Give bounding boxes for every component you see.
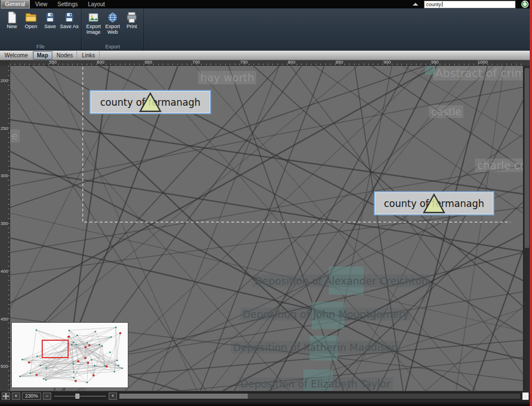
ribbon-button-label: Save As	[60, 24, 78, 30]
map-canvas[interactable]: hay worthcastleAbstract of crimcharle co…	[10, 66, 523, 391]
node-label[interactable]: hay worth	[198, 71, 256, 84]
window-edge-accent	[530, 0, 532, 406]
minimap-viewport[interactable]	[42, 340, 69, 358]
zoom-slider-track	[54, 396, 106, 396]
horizontal-scrollbar[interactable]	[119, 393, 521, 399]
ruler-mark: 800	[288, 60, 295, 65]
ribbon-button-label: Save	[44, 24, 56, 30]
application-window: GeneralViewSettingsLayout county NewOpen…	[0, 0, 532, 406]
vertical-ruler: 200250300350400450500	[0, 66, 10, 391]
open-folder-icon	[25, 11, 37, 24]
ruler-mark: 600	[97, 60, 104, 65]
save-button[interactable]: Save	[41, 10, 60, 30]
ruler-mark: 700	[193, 60, 200, 65]
tab-welcome[interactable]: Welcome	[1, 51, 33, 60]
ribbon-group-export: Export ImageExport WebPrintExport	[82, 8, 144, 50]
ruler-mark: 300	[1, 174, 8, 178]
zoom-slider[interactable]	[53, 393, 107, 400]
triangle-node-icon	[422, 193, 446, 214]
search-input[interactable]: county	[424, 1, 516, 8]
ruler-mark: 550	[49, 60, 56, 65]
ribbon-group-label: Export	[82, 44, 144, 49]
chevron-up-icon	[413, 3, 418, 6]
ruler-mark: 1000	[477, 60, 488, 65]
ruler-mark: 500	[1, 364, 8, 369]
window-bottom-edge	[0, 400, 532, 406]
statusbar: × 230% − +	[0, 391, 530, 400]
workspace: 5506006507007508008509009501000 20025030…	[0, 60, 530, 391]
zoom-level: 230%	[22, 393, 41, 400]
ribbon-group-file: NewOpenSaveSave AsFile	[0, 8, 82, 50]
node-label[interactable]: charle co	[475, 159, 523, 172]
ruler-mark: 400	[1, 269, 8, 274]
new-button[interactable]: New	[2, 10, 21, 30]
globe-icon	[106, 11, 119, 24]
floppy-icon	[44, 11, 56, 24]
tab-links[interactable]: Links	[78, 51, 99, 60]
collapse-ribbon-button[interactable]	[413, 3, 418, 6]
selected-node[interactable]: county of fermanagh	[90, 90, 211, 114]
zoom-in-button[interactable]: +	[109, 393, 117, 400]
ribbon-button-label: New	[7, 24, 17, 30]
menubar: GeneralViewSettingsLayout county	[0, 0, 532, 8]
ribbon-groups: NewOpenSaveSave AsFileExport ImageExport…	[0, 8, 532, 50]
menu-tab-settings[interactable]: Settings	[52, 0, 83, 8]
ruler-mark: 200	[1, 79, 8, 83]
selected-node[interactable]: county of fermanagh	[374, 191, 494, 215]
node-label[interactable]: Deposition of Alexander Creichton	[252, 274, 430, 287]
ruler-mark: 250	[1, 127, 8, 131]
print-button[interactable]: Print	[122, 10, 141, 30]
floppy-icon	[63, 11, 75, 24]
export-web-button[interactable]: Export Web	[103, 10, 122, 35]
horizontal-scrollbar-thumb[interactable]	[119, 394, 248, 399]
triangle-node-icon	[138, 92, 162, 113]
ribbon-button-label: Print	[127, 24, 137, 30]
node-label[interactable]: Deposition of Katherin Maddison	[231, 341, 400, 354]
minimap-graph	[12, 323, 128, 387]
pan-tool-button[interactable]	[2, 393, 10, 400]
ruler-mark: 900	[383, 60, 391, 65]
vertical-scrollbar[interactable]	[523, 66, 530, 391]
node-label[interactable]: e	[10, 129, 20, 142]
menubar-tabs: GeneralViewSettingsLayout	[0, 0, 110, 8]
zoom-slider-thumb[interactable]	[75, 394, 79, 399]
menu-tab-view[interactable]: View	[30, 0, 53, 8]
menu-tab-layout[interactable]: Layout	[83, 0, 110, 8]
tab-nodes[interactable]: Nodes	[53, 51, 78, 60]
new-document-icon	[6, 11, 18, 24]
image-icon	[87, 11, 100, 24]
ruler-mark: 650	[145, 60, 152, 65]
refresh-button[interactable]	[521, 1, 529, 8]
minimap[interactable]	[11, 322, 128, 388]
node-label[interactable]: Abstract of crim	[433, 66, 523, 80]
document-tabs: WelcomeMapNodesLinks	[0, 51, 532, 60]
save-as-button[interactable]: Save As	[60, 10, 79, 30]
ruler-mark: 750	[240, 60, 248, 65]
node-label[interactable]: Deposition of John Mountgomery	[240, 308, 411, 321]
vertical-scrollbar-thumb[interactable]	[525, 68, 529, 248]
node-label[interactable]: Deposition of Elizabeth Taylor	[238, 377, 393, 390]
node-label[interactable]: castle	[429, 105, 463, 118]
open-button[interactable]: Open	[21, 10, 41, 30]
menubar-right: county	[413, 1, 532, 8]
clear-selection-button[interactable]: ×	[12, 393, 20, 400]
refresh-icon	[522, 1, 528, 7]
scrollbar-corner	[522, 393, 529, 400]
text-caret	[442, 2, 442, 7]
ruler-mark: 950	[431, 60, 439, 65]
pan-icon	[3, 393, 9, 399]
ribbon-button-label: Export Image	[84, 24, 103, 35]
ribbon-button-label: Open	[25, 24, 37, 30]
printer-icon	[126, 11, 138, 24]
ruler-mark: 450	[1, 317, 8, 322]
ribbon-button-label: Export Web	[103, 24, 122, 35]
export-image-button[interactable]: Export Image	[84, 10, 103, 35]
ruler-mark: 850	[336, 60, 343, 65]
ribbon: NewOpenSaveSave AsFileExport ImageExport…	[0, 8, 532, 51]
search-text: county	[426, 1, 441, 8]
tab-map[interactable]: Map	[33, 51, 52, 60]
ruler-mark: 350	[1, 222, 8, 226]
menu-tab-general[interactable]: General	[1, 1, 29, 8]
zoom-out-button[interactable]: −	[43, 393, 51, 400]
ribbon-group-label: File	[0, 44, 81, 49]
